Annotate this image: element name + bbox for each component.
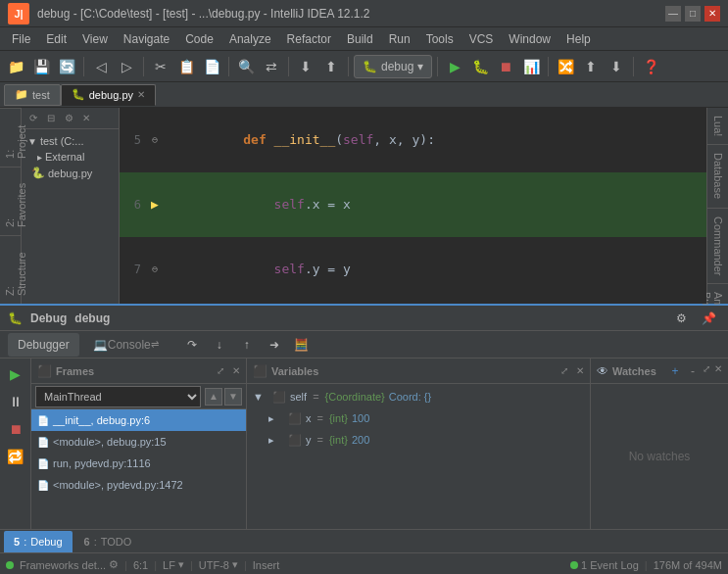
step-button[interactable]: 🔁 [4, 445, 27, 468]
menu-item-navigate[interactable]: Navigate [116, 30, 177, 48]
debug-settings-icon[interactable]: ⚙ [669, 307, 693, 330]
fold-icon-7[interactable]: ⊖ [152, 259, 158, 280]
vars-expand-icon[interactable]: ⤢ [560, 365, 568, 376]
status-line-sep[interactable]: LF ▾ [163, 558, 184, 571]
run-button[interactable]: ▶ [443, 55, 466, 78]
vcs-button[interactable]: 🔀 [554, 55, 577, 78]
minimize-button[interactable]: — [665, 6, 681, 22]
bottom-tab-todo[interactable]: 6: TODO [74, 531, 142, 552]
var-expand-x[interactable]: ▸ [268, 412, 284, 425]
tab-console[interactable]: 💻 Console ⇌ [83, 333, 169, 357]
var-item-y[interactable]: ▸ ⬛ y = {int} 200 [247, 429, 590, 451]
toolbar-separator-6 [437, 57, 438, 76]
save-icon[interactable]: 💾 [29, 55, 53, 78]
watches-close-icon[interactable]: ✕ [714, 363, 722, 379]
run-to-cursor-icon[interactable]: ➜ [263, 333, 286, 357]
fold-icon-5[interactable]: ⊖ [152, 129, 158, 151]
var-expand-self[interactable]: ▼ [253, 391, 268, 403]
watches-expand-icon[interactable]: ⤢ [703, 363, 710, 379]
menu-item-help[interactable]: Help [558, 30, 599, 48]
frame-item-2[interactable]: 📄 run, pydevd.py:1116 [31, 453, 246, 474]
commander-tab[interactable]: Commander [707, 209, 728, 285]
run-step-2-icon[interactable]: ⬆ [319, 55, 343, 78]
step-over-icon[interactable]: ↷ [180, 333, 204, 357]
thread-down-button[interactable]: ▼ [224, 388, 242, 406]
new-project-icon[interactable]: 📁 [4, 55, 27, 78]
menu-item-file[interactable]: File [4, 30, 38, 48]
var-expand-y[interactable]: ▸ [268, 434, 284, 447]
help-button[interactable]: ❓ [639, 55, 662, 78]
menu-item-refactor[interactable]: Refactor [279, 30, 339, 48]
step-into-icon[interactable]: ↓ [208, 333, 231, 357]
debug-pin-icon[interactable]: 📌 [697, 307, 720, 330]
redo-icon[interactable]: ▷ [115, 55, 138, 78]
lua-tab[interactable]: Lua! [707, 108, 728, 145]
menu-item-code[interactable]: Code [177, 30, 221, 48]
file-tab-debugpy[interactable]: 🐛 debug.py ✕ [61, 84, 156, 106]
debug-button[interactable]: 🐛 [468, 55, 492, 78]
frames-close-icon[interactable]: ✕ [232, 365, 240, 376]
cut-icon[interactable]: ✂ [149, 55, 172, 78]
collapse-icon[interactable]: ⊟ [43, 111, 59, 126]
menu-item-analyze[interactable]: Analyze [221, 30, 279, 48]
close-panel-icon[interactable]: ✕ [78, 111, 94, 126]
close-button[interactable]: ✕ [704, 6, 720, 22]
stop-button[interactable]: ⏹ [4, 417, 27, 441]
tree-item-debug-label: debug.py [48, 167, 92, 179]
commit-button[interactable]: ⬆ [579, 55, 603, 78]
sync-icon[interactable]: ⟳ [25, 111, 41, 126]
menu-item-window[interactable]: Window [501, 30, 558, 48]
vars-close-icon[interactable]: ✕ [576, 365, 584, 376]
thread-up-button[interactable]: ▲ [205, 388, 222, 406]
refresh-icon[interactable]: 🔄 [55, 55, 78, 78]
menu-item-edit[interactable]: Edit [38, 30, 74, 48]
frame-item-0[interactable]: 📄 __init__, debug.py:6 [31, 409, 246, 431]
bottom-tab-debug[interactable]: 5: Debug [4, 531, 73, 552]
add-watch-button[interactable]: + [667, 363, 683, 379]
file-tab-test[interactable]: 📁 test [4, 84, 61, 106]
code-editor[interactable]: 5 ⊖ def __init__(self, x, y): 6 ▶ self.x… [120, 108, 706, 304]
run-step-icon[interactable]: ⬇ [294, 55, 317, 78]
evaluate-icon[interactable]: 🧮 [290, 333, 314, 357]
frame-item-1[interactable]: 📄 <module>, debug.py:15 [31, 431, 246, 453]
tab-debugger[interactable]: Debugger [8, 333, 79, 357]
frames-expand-icon[interactable]: ⤢ [217, 365, 224, 376]
favorites-tab[interactable]: 2: Favorites [0, 167, 21, 235]
pause-button[interactable]: ⏸ [4, 390, 27, 413]
frame-item-3[interactable]: 📄 <module>, pydevd.py:1472 [31, 474, 246, 496]
replace-icon[interactable]: ⇄ [260, 55, 283, 78]
event-log-item[interactable]: 1 Event Log [570, 559, 639, 571]
menu-item-view[interactable]: View [74, 30, 116, 48]
database-tab[interactable]: Database [707, 145, 728, 208]
coverage-button[interactable]: 📊 [519, 55, 543, 78]
debug-config-button[interactable]: 🐛 debug ▾ [354, 55, 432, 78]
tree-item-debug-py[interactable]: 🐍 debug.py [25, 165, 115, 181]
var-item-self[interactable]: ▼ ⬛ self = {Coordinate} Coord: {} [247, 386, 590, 407]
tree-item-test[interactable]: ▼ test (C:... [25, 133, 115, 149]
copy-icon[interactable]: 📋 [174, 55, 198, 78]
status-memory[interactable]: 176M of 494M [654, 559, 722, 571]
remove-watch-button[interactable]: - [685, 363, 701, 379]
tree-item-external[interactable]: ▸ External [25, 149, 115, 165]
stop-button[interactable]: ⏹ [494, 55, 517, 78]
tab-close-icon[interactable]: ✕ [137, 89, 145, 100]
undo-icon[interactable]: ◁ [89, 55, 113, 78]
thread-select[interactable]: MainThread [35, 386, 201, 407]
maximize-button[interactable]: □ [685, 6, 701, 22]
resume-button[interactable]: ▶ [4, 362, 27, 386]
step-out-icon[interactable]: ↑ [235, 333, 259, 357]
paste-icon[interactable]: 📄 [200, 55, 223, 78]
structure-tab[interactable]: Z: Structure [0, 235, 21, 304]
find-icon[interactable]: 🔍 [234, 55, 258, 78]
settings-icon[interactable]: ⚙ [61, 111, 76, 126]
gear-icon[interactable]: ⚙ [109, 558, 119, 571]
var-item-x[interactable]: ▸ ⬛ x = {int} 100 [247, 407, 590, 429]
menu-item-tools[interactable]: Tools [418, 30, 461, 48]
status-encoding[interactable]: UTF-8 ▾ [199, 558, 238, 571]
project-tab[interactable]: 1: Project [0, 108, 21, 167]
update-button[interactable]: ⬇ [605, 55, 628, 78]
menu-item-vcs[interactable]: VCS [461, 30, 502, 48]
menu-item-run[interactable]: Run [381, 30, 418, 48]
menu-item-build[interactable]: Build [339, 30, 381, 48]
debug-panel-icon: 🐛 [8, 311, 23, 325]
